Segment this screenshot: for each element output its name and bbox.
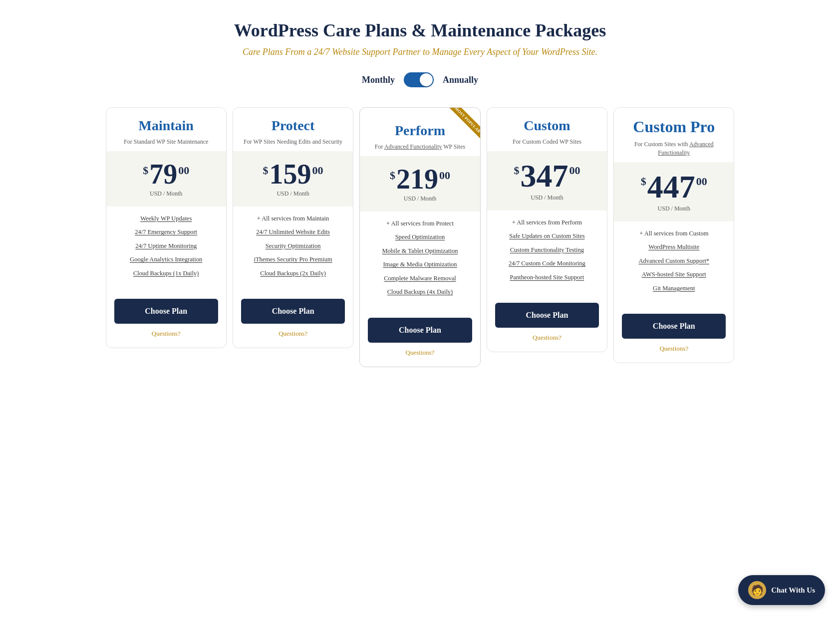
feature-item: iThemes Security Pro Premium (240, 255, 346, 264)
plan-card-maintain: Maintain For Standard WP Site Maintenanc… (106, 107, 227, 348)
price-dollar: $ (514, 164, 519, 177)
page-subtitle: Care Plans From a 24/7 Website Support P… (106, 47, 735, 57)
feature-item: Cloud Backups (4x Daily) (367, 288, 473, 297)
feature-item: Safe Updates on Custom Sites (494, 232, 600, 241)
price-dollar: $ (390, 169, 395, 182)
plan-features: + All services from Maintain24/7 Unlimit… (233, 207, 353, 291)
price-period: USD / Month (492, 194, 602, 202)
toggle-knob (420, 73, 433, 86)
plan-features: + All services from PerformSafe Updates … (487, 210, 607, 295)
feature-item: AWS-hosted Site Support (621, 270, 727, 279)
feature-item: 24/7 Uptime Monitoring (113, 242, 219, 251)
plan-footer: Choose Plan Questions? (487, 295, 607, 352)
price-dollar: $ (263, 164, 269, 177)
price-period: USD / Month (619, 205, 729, 212)
price-dollar: $ (143, 164, 148, 177)
feature-item: Complete Malware Removal (367, 274, 473, 283)
plan-name: Protect (241, 118, 345, 134)
annually-label: Annually (443, 75, 478, 85)
price-block: $ 347 00 USD / Month (487, 151, 607, 210)
feature-item: 24/7 Custom Code Monitoring (494, 259, 600, 268)
price-amount: $ 347 00 (492, 160, 602, 192)
feature-item: Image & Media Optimization (367, 260, 473, 269)
feature-item: Speed Optimization (367, 233, 473, 242)
price-cents: 00 (178, 164, 189, 177)
price-period: USD / Month (111, 190, 221, 198)
feature-item: + All services from Custom (621, 229, 727, 238)
price-amount: $ 219 00 (365, 165, 475, 193)
price-cents: 00 (439, 169, 450, 182)
plan-features: + All services from CustomWordPress Mult… (614, 221, 734, 306)
price-block: $ 159 00 USD / Month (233, 151, 353, 207)
price-main: 447 (647, 171, 695, 203)
plan-footer: Choose Plan Questions? (614, 306, 734, 363)
choose-plan-button[interactable]: Choose Plan (241, 299, 345, 324)
plan-footer: Choose Plan Questions? (233, 291, 353, 348)
toggle-switch[interactable] (404, 72, 434, 87)
feature-item: Custom Functionality Testing (494, 246, 600, 255)
plan-description: For Custom Coded WP Sites (495, 138, 599, 146)
feature-item: Cloud Backups (1x Daily) (113, 269, 219, 278)
feature-item: Security Optimization (240, 242, 346, 251)
feature-item: + All services from Maintain (240, 214, 346, 223)
price-main: 219 (396, 165, 438, 193)
plan-name: Custom Pro (622, 118, 726, 136)
price-cents: 00 (696, 175, 707, 188)
price-main: 159 (270, 160, 311, 188)
choose-plan-button[interactable]: Choose Plan (114, 299, 218, 324)
plan-description: For WP Sites Needing Edits and Security (241, 138, 345, 146)
questions-link[interactable]: Questions? (622, 345, 726, 353)
price-amount: $ 159 00 (238, 160, 348, 188)
price-block: $ 79 00 USD / Month (106, 151, 226, 207)
most-popular-badge: MOST POPULAR (440, 108, 480, 148)
price-cents: 00 (569, 164, 580, 177)
feature-item: WordPress Multisite (621, 243, 727, 252)
plan-footer: Choose Plan Questions? (106, 291, 226, 348)
plan-card-protect: Protect For WP Sites Needing Edits and S… (233, 107, 353, 348)
billing-toggle-container: Monthly Annually (106, 72, 735, 87)
price-main: 347 (520, 160, 568, 192)
feature-item: 24/7 Unlimited Website Edits (240, 228, 346, 237)
choose-plan-button[interactable]: Choose Plan (495, 303, 599, 328)
feature-item: Git Management (621, 284, 727, 293)
page-title: WordPress Care Plans & Maintenance Packa… (106, 20, 735, 41)
plan-header: Custom For Custom Coded WP Sites (487, 108, 607, 151)
page-header: WordPress Care Plans & Maintenance Packa… (106, 20, 735, 57)
price-dollar: $ (641, 175, 646, 188)
choose-plan-button[interactable]: Choose Plan (622, 314, 726, 339)
plan-header: Protect For WP Sites Needing Edits and S… (233, 108, 353, 151)
plan-footer: Choose Plan Questions? (360, 310, 480, 367)
feature-item: Pantheon-hosted Site Support (494, 273, 600, 282)
plan-header: Maintain For Standard WP Site Maintenanc… (106, 108, 226, 151)
plan-card-custom_pro: Custom Pro For Custom Sites with Advance… (613, 107, 734, 363)
feature-item: Advanced Custom Support* (621, 257, 727, 266)
price-period: USD / Month (365, 195, 475, 203)
questions-link[interactable]: Questions? (495, 334, 599, 342)
feature-item: + All services from Protect (367, 219, 473, 228)
price-period: USD / Month (238, 190, 348, 198)
feature-item: Cloud Backups (2x Daily) (240, 269, 346, 278)
plan-description: For Standard WP Site Maintenance (114, 138, 218, 146)
feature-item: Weekly WP Updates (113, 214, 219, 223)
plan-name: Maintain (114, 118, 218, 134)
feature-item: Google Analytics Integration (113, 255, 219, 264)
plan-card-custom: Custom For Custom Coded WP Sites $ 347 0… (487, 107, 607, 352)
plan-name: Custom (495, 118, 599, 134)
plan-features: Weekly WP Updates24/7 Emergency Support2… (106, 207, 226, 291)
price-cents: 00 (312, 164, 323, 177)
questions-link[interactable]: Questions? (241, 330, 345, 338)
price-block: $ 447 00 USD / Month (614, 162, 734, 221)
questions-link[interactable]: Questions? (114, 330, 218, 338)
plan-features: + All services from ProtectSpeed Optimiz… (360, 211, 480, 310)
plan-description: For Custom Sites with AdvancedFunctional… (622, 140, 726, 157)
feature-item: 24/7 Emergency Support (113, 228, 219, 237)
feature-item: + All services from Perform (494, 218, 600, 227)
monthly-label: Monthly (362, 75, 395, 85)
price-amount: $ 447 00 (619, 171, 729, 203)
plans-grid: Maintain For Standard WP Site Maintenanc… (106, 107, 735, 367)
price-amount: $ 79 00 (111, 160, 221, 188)
feature-item: Mobile & Tablet Optimization (367, 247, 473, 256)
questions-link[interactable]: Questions? (368, 349, 472, 357)
choose-plan-button[interactable]: Choose Plan (368, 318, 472, 343)
plan-header: Custom Pro For Custom Sites with Advance… (614, 108, 734, 162)
